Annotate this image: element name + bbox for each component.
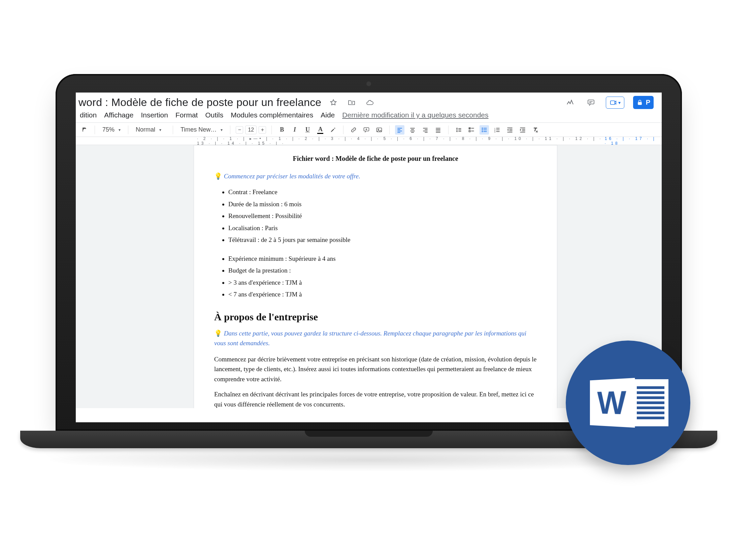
decrease-indent-icon[interactable]	[505, 125, 515, 135]
font-size-decrease[interactable]: −	[236, 126, 243, 134]
insert-image-icon[interactable]	[374, 125, 384, 135]
svg-rect-1	[610, 101, 615, 104]
align-justify-icon[interactable]	[433, 125, 443, 135]
numbered-list-icon[interactable]: 123	[492, 125, 502, 135]
svg-rect-2	[638, 102, 642, 105]
svg-rect-20	[436, 131, 440, 131]
font-size-value[interactable]: 12	[245, 126, 257, 134]
clear-formatting-icon[interactable]	[531, 125, 540, 135]
svg-rect-32	[484, 128, 487, 129]
svg-rect-38	[496, 128, 500, 129]
svg-rect-11	[411, 129, 414, 130]
list-item: Expérience minimum : Supérieure à 4 ans	[228, 254, 537, 263]
svg-rect-44	[507, 132, 513, 132]
bullet-list-2: Expérience minimum : Supérieure à 4 ans …	[228, 254, 537, 299]
font-family-dropdown[interactable]: Times New…	[178, 125, 225, 135]
svg-rect-27	[471, 128, 474, 129]
menu-addons[interactable]: Modules complémentaires	[231, 111, 313, 119]
svg-rect-42	[510, 129, 513, 130]
menu-insert[interactable]: Insertion	[141, 111, 168, 119]
svg-rect-17	[425, 132, 428, 133]
title-bar: word : Modèle de fiche de poste pour un …	[76, 93, 662, 109]
svg-rect-24	[459, 131, 461, 132]
doc-heading: Fichier word : Modèle de fiche de poste …	[214, 153, 537, 164]
menu-bar: dition Affichage Insertion Format Outils…	[76, 109, 662, 122]
laptop-camera	[366, 81, 371, 86]
insert-link-icon[interactable]	[349, 125, 358, 135]
formatting-toolbar: 75% Normal Times New… − 12 + B I U A	[76, 122, 662, 137]
font-size-increase[interactable]: +	[259, 126, 266, 134]
word-logo-icon: W	[590, 378, 635, 428]
paragraph-style-dropdown[interactable]: Normal	[134, 125, 167, 135]
svg-rect-43	[510, 130, 513, 131]
list-item: < 7 ans d'expérience : TJM à	[228, 289, 537, 299]
svg-rect-23	[459, 130, 461, 130]
menu-view[interactable]: Affichage	[104, 111, 133, 119]
svg-rect-47	[522, 130, 525, 131]
align-left-icon[interactable]	[395, 125, 404, 135]
line-spacing-icon[interactable]	[454, 125, 463, 135]
align-center-icon[interactable]	[408, 125, 417, 135]
svg-rect-16	[423, 131, 428, 131]
list-item: > 3 ans d'expérience : TJM à	[228, 278, 537, 287]
menu-edit[interactable]: dition	[80, 111, 97, 119]
bullet-list-1: Contrat : Freelance Durée de la mission …	[228, 187, 537, 245]
paragraph-1: Commencez par décrire brièvement votre e…	[214, 354, 537, 384]
svg-rect-48	[520, 132, 525, 132]
menu-format[interactable]: Format	[175, 111, 198, 119]
laptop-notch	[305, 431, 433, 437]
align-right-icon[interactable]	[421, 125, 430, 135]
svg-rect-19	[436, 129, 440, 130]
paragraph-2: Enchaînez en décrivant décrivant les pri…	[214, 389, 537, 408]
list-item: Contrat : Freelance	[228, 187, 537, 197]
svg-rect-13	[411, 132, 414, 133]
svg-rect-33	[484, 130, 487, 130]
list-item: Localisation : Paris	[228, 223, 537, 233]
document-title[interactable]: word : Modèle de fiche de poste pour un …	[78, 96, 321, 109]
svg-text:3: 3	[494, 131, 495, 133]
svg-rect-26	[469, 130, 470, 132]
cloud-saved-icon[interactable]	[364, 97, 376, 109]
horizontal-ruler[interactable]: · 2 · | · 1 · | ▸—• | · 1 · | · 2 · | · …	[76, 137, 662, 145]
italic-button[interactable]: I	[290, 125, 299, 135]
activity-icon[interactable]	[564, 97, 576, 109]
svg-rect-0	[588, 100, 594, 104]
highlight-button[interactable]	[328, 125, 338, 135]
svg-rect-21	[436, 132, 440, 133]
svg-rect-45	[520, 128, 525, 128]
menu-tools[interactable]: Outils	[205, 111, 223, 119]
svg-point-30	[482, 129, 483, 130]
move-to-folder-icon[interactable]	[346, 97, 358, 109]
svg-rect-22	[459, 128, 461, 129]
svg-rect-6	[398, 128, 402, 129]
svg-point-5	[378, 129, 379, 130]
word-logo-badge: W	[566, 341, 690, 465]
underline-button[interactable]: U	[303, 125, 312, 135]
present-button[interactable]: ▾	[606, 97, 624, 109]
svg-rect-10	[410, 128, 415, 129]
document-page[interactable]: Fichier word : Modèle de fiche de poste …	[194, 145, 557, 408]
zoom-dropdown[interactable]: 75%	[100, 125, 123, 135]
svg-rect-46	[522, 129, 525, 130]
increase-indent-icon[interactable]	[518, 125, 527, 135]
svg-rect-8	[398, 131, 402, 131]
svg-rect-7	[398, 129, 400, 130]
svg-rect-41	[507, 128, 513, 128]
tip-1: Commencez par préciser les modalités de …	[214, 171, 537, 181]
bold-button[interactable]: B	[277, 125, 287, 135]
svg-rect-39	[496, 130, 500, 130]
star-icon[interactable]	[327, 97, 339, 109]
document-canvas[interactable]: Fichier word : Modèle de fiche de poste …	[76, 145, 662, 408]
paint-format-icon[interactable]	[80, 125, 89, 135]
last-edit-link[interactable]: Dernière modification il y a quelques se…	[342, 111, 488, 119]
svg-rect-34	[484, 131, 487, 132]
share-label: P	[646, 99, 650, 106]
checklist-icon[interactable]	[467, 125, 476, 135]
bulleted-list-icon[interactable]	[480, 125, 489, 135]
comments-icon[interactable]	[585, 97, 597, 109]
share-button[interactable]: P	[633, 96, 654, 109]
text-color-button[interactable]: A	[316, 125, 325, 135]
list-item: Budget de la prestation :	[228, 265, 537, 275]
add-comment-icon[interactable]	[362, 125, 371, 135]
menu-help[interactable]: Aide	[321, 111, 335, 119]
